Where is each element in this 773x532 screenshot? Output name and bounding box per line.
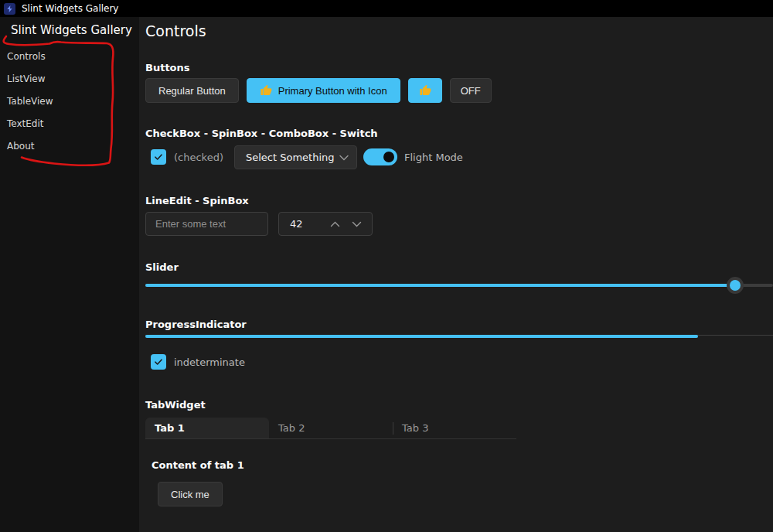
tab-2[interactable]: Tab 2 [269, 418, 393, 438]
slider[interactable] [145, 277, 773, 294]
checkmark-icon [154, 357, 163, 367]
indeterminate-checkbox[interactable] [151, 354, 166, 370]
lineedit-section-title: LineEdit - SpinBox [145, 195, 249, 206]
widgets-section-title: CheckBox - SpinBox - ComboBox - Switch [145, 128, 378, 139]
sidebar-title: Slint Widgets Gallery [11, 23, 132, 37]
slider-fill [145, 284, 735, 287]
progress-indicator [145, 335, 773, 338]
primary-button[interactable]: Primary Button with Icon [247, 78, 400, 103]
buttons-row: Regular Button Primary Button with Icon … [145, 78, 492, 103]
spinbox-value: 42 [290, 218, 324, 230]
slider-handle[interactable] [727, 277, 744, 294]
indeterminate-checkbox-label: indeterminate [174, 356, 245, 368]
combobox-value: Select Something [246, 152, 339, 163]
page-title: Controls [145, 22, 206, 39]
thumbs-up-icon [260, 84, 272, 97]
sidebar-item-tableview[interactable]: TableView [0, 90, 139, 112]
spinbox-increment-button[interactable] [324, 213, 346, 235]
combobox[interactable]: Select Something [234, 145, 357, 169]
spinbox-decrement-button[interactable] [346, 213, 367, 235]
sidebar-nav: Controls ListView TableView TextEdit Abo… [0, 45, 139, 157]
flight-mode-switch[interactable] [363, 148, 397, 165]
checked-checkbox-label: (checked) [174, 152, 223, 163]
widgets-row: (checked) Select Something Flight Mode [145, 145, 764, 169]
checkmark-icon [154, 152, 163, 162]
window-titlebar: Slint Widgets Gallery [0, 0, 773, 17]
thumb-button[interactable] [408, 78, 442, 103]
progress-fill [145, 335, 698, 338]
sidebar-item-controls[interactable]: Controls [0, 45, 139, 67]
off-button[interactable]: OFF [450, 78, 492, 103]
primary-button-label: Primary Button with Icon [278, 85, 387, 97]
window-title: Slint Widgets Gallery [22, 3, 118, 14]
spinbox: 42 [278, 212, 373, 236]
progress-section-title: ProgressIndicator [145, 319, 247, 330]
slint-logo-icon [4, 3, 15, 15]
thumbs-up-icon [419, 84, 431, 97]
switch-knob [383, 152, 394, 162]
chevron-down-icon [339, 155, 349, 161]
slider-section-title: Slider [145, 261, 179, 273]
checked-checkbox[interactable] [151, 149, 166, 165]
sidebar: Slint Widgets Gallery Controls ListView … [0, 17, 139, 532]
tab-3[interactable]: Tab 3 [393, 418, 516, 438]
lineedit-row: 42 [145, 212, 764, 236]
sidebar-item-about[interactable]: About [0, 135, 139, 157]
lineedit-input[interactable] [145, 212, 268, 236]
tab-bar: Tab 1 Tab 2 Tab 3 [145, 418, 516, 438]
sidebar-item-textedit[interactable]: TextEdit [0, 112, 139, 135]
click-me-button[interactable]: Click me [158, 482, 223, 506]
tabwidget-section-title: TabWidget [145, 399, 206, 411]
regular-button[interactable]: Regular Button [145, 78, 239, 103]
tab-underline [145, 438, 516, 439]
tab-1[interactable]: Tab 1 [145, 418, 269, 438]
main-content: Controls Buttons Regular Button Primary … [139, 17, 773, 532]
flight-mode-label: Flight Mode [404, 152, 463, 163]
tab-content-title: Content of tab 1 [152, 459, 244, 471]
sidebar-item-listview[interactable]: ListView [0, 67, 139, 90]
buttons-section-title: Buttons [145, 62, 190, 73]
